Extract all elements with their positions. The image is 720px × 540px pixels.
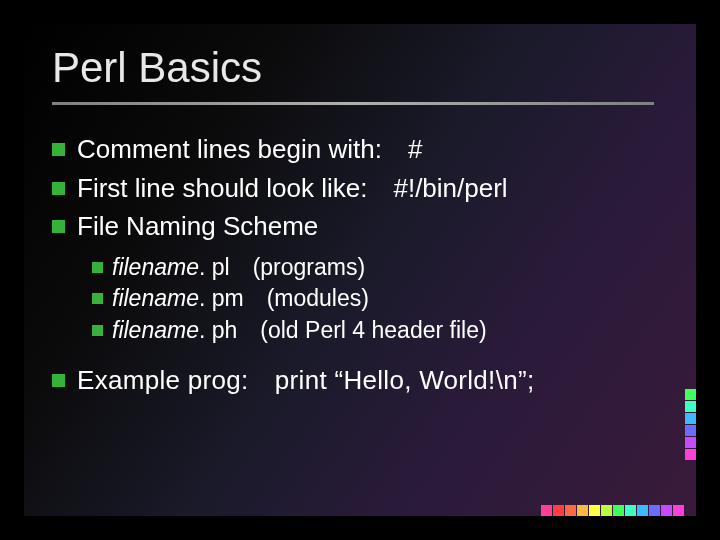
deco-square-icon — [565, 505, 576, 516]
deco-square-icon — [541, 505, 552, 516]
bullet-item: First line should look like: #!/bin/perl — [52, 172, 654, 205]
square-bullet-icon — [92, 325, 103, 336]
deco-square-icon — [577, 505, 588, 516]
square-bullet-icon — [92, 262, 103, 273]
filename-italic: filename — [112, 254, 199, 280]
sub-bullet-text: filename. pl (programs) — [112, 253, 365, 283]
decorative-squares-bottom — [540, 504, 684, 516]
deco-square-icon — [685, 413, 696, 424]
deco-square-icon — [601, 505, 612, 516]
bullet-text: Example prog: print “Hello, World!\n”; — [77, 364, 534, 397]
file-desc: (old Perl 4 header file) — [260, 317, 486, 343]
bullet-text: File Naming Scheme — [77, 210, 318, 243]
file-desc: (modules) — [267, 285, 369, 311]
sub-bullet-item: filename. pl (programs) — [92, 253, 654, 283]
deco-square-icon — [661, 505, 672, 516]
bullet-text: Comment lines begin with: # — [77, 133, 422, 166]
deco-square-icon — [637, 505, 648, 516]
sub-bullet-item: filename. ph (old Perl 4 header file) — [92, 316, 654, 346]
deco-square-icon — [589, 505, 600, 516]
square-bullet-icon — [52, 182, 65, 195]
sub-list: filename. pl (programs) filename. pm (mo… — [92, 253, 654, 347]
deco-square-icon — [625, 505, 636, 516]
sub-bullet-text: filename. ph (old Perl 4 header file) — [112, 316, 487, 346]
file-ext: . ph — [199, 317, 237, 343]
square-bullet-icon — [92, 293, 103, 304]
bullet-item: File Naming Scheme — [52, 210, 654, 243]
bullet-item: Example prog: print “Hello, World!\n”; — [52, 364, 654, 397]
filename-italic: filename — [112, 285, 199, 311]
deco-square-icon — [649, 505, 660, 516]
deco-square-icon — [613, 505, 624, 516]
sub-bullet-text: filename. pm (modules) — [112, 284, 369, 314]
file-ext: . pm — [199, 285, 244, 311]
file-ext: . pl — [199, 254, 230, 280]
bullet-item: Comment lines begin with: # — [52, 133, 654, 166]
title-underline — [52, 102, 654, 105]
slide: Perl Basics Comment lines begin with: # … — [24, 24, 696, 516]
deco-square-icon — [553, 505, 564, 516]
file-desc: (programs) — [253, 254, 365, 280]
square-bullet-icon — [52, 374, 65, 387]
deco-square-icon — [685, 425, 696, 436]
deco-square-icon — [685, 437, 696, 448]
bullet-text: First line should look like: #!/bin/perl — [77, 172, 508, 205]
deco-square-icon — [673, 505, 684, 516]
filename-italic: filename — [112, 317, 199, 343]
deco-square-icon — [685, 401, 696, 412]
square-bullet-icon — [52, 220, 65, 233]
deco-square-icon — [685, 389, 696, 400]
decorative-squares-right — [684, 388, 696, 460]
deco-square-icon — [685, 449, 696, 460]
slide-title: Perl Basics — [52, 44, 654, 92]
square-bullet-icon — [52, 143, 65, 156]
sub-bullet-item: filename. pm (modules) — [92, 284, 654, 314]
